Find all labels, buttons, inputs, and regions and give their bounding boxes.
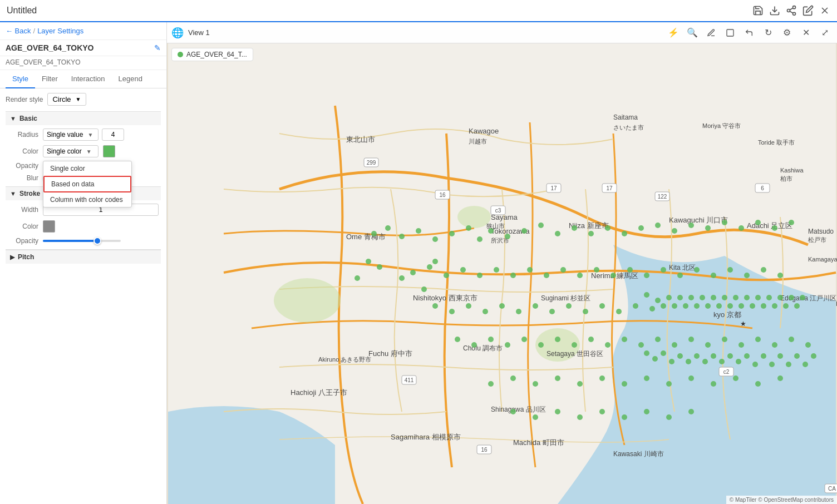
svg-point-218 bbox=[733, 375, 738, 381]
stroke-color-swatch[interactable] bbox=[43, 220, 55, 233]
pitch-section-header[interactable]: ▶ Pitch bbox=[6, 250, 161, 264]
radius-value-input[interactable] bbox=[102, 129, 124, 141]
color-swatch[interactable] bbox=[103, 145, 115, 157]
color-option-single[interactable]: Single color bbox=[43, 161, 131, 176]
color-row: Color Single color ▼ Single color Based … bbox=[6, 145, 161, 157]
svg-point-119 bbox=[744, 273, 750, 278]
radius-type-select[interactable]: Single value ▼ bbox=[43, 129, 99, 141]
breadcrumb-section[interactable]: Layer Settings bbox=[37, 27, 83, 35]
rectangle-tool-button[interactable] bbox=[722, 25, 738, 41]
svg-text:Akiruno あきる野市: Akiruno あきる野市 bbox=[318, 356, 371, 363]
svg-point-173 bbox=[605, 342, 610, 348]
svg-point-80 bbox=[488, 228, 494, 234]
svg-point-120 bbox=[761, 267, 766, 273]
svg-point-129 bbox=[683, 303, 688, 309]
svg-point-150 bbox=[800, 295, 805, 300]
edit-icon[interactable] bbox=[802, 5, 814, 16]
svg-point-191 bbox=[686, 359, 691, 364]
tab-interaction[interactable]: Interaction bbox=[65, 70, 112, 88]
svg-point-109 bbox=[577, 273, 583, 278]
back-button[interactable]: ← Back bbox=[6, 27, 31, 35]
svg-text:16: 16 bbox=[481, 447, 488, 453]
color-type-value: Single color bbox=[47, 147, 82, 155]
svg-point-234 bbox=[666, 414, 672, 420]
color-chevron: ▼ bbox=[86, 149, 92, 155]
svg-point-213 bbox=[622, 381, 627, 387]
tab-legend[interactable]: Legend bbox=[112, 70, 149, 88]
svg-text:CA: CA bbox=[828, 486, 836, 492]
settings-tool-button[interactable]: ⚙ bbox=[779, 25, 795, 41]
pitch-section-label: Pitch bbox=[18, 253, 34, 261]
stroke-opacity-slider-track[interactable] bbox=[43, 240, 121, 242]
svg-point-207 bbox=[488, 381, 494, 387]
svg-point-131 bbox=[694, 303, 700, 309]
undo-tool-button[interactable] bbox=[741, 25, 757, 41]
svg-point-106 bbox=[527, 267, 533, 273]
basic-section-header[interactable]: ▼ Basic bbox=[6, 111, 161, 125]
search-tool-button[interactable]: 🔍 bbox=[685, 25, 700, 41]
share-icon[interactable] bbox=[786, 5, 797, 16]
style-tabs: Style Filter Interaction Legend bbox=[0, 70, 166, 88]
close-map-tool-button[interactable]: ✕ bbox=[798, 25, 814, 41]
svg-point-222 bbox=[399, 275, 405, 281]
svg-point-124 bbox=[649, 306, 655, 312]
save-icon[interactable] bbox=[752, 5, 764, 16]
svg-point-225 bbox=[355, 275, 360, 281]
svg-point-184 bbox=[789, 337, 794, 342]
svg-point-133 bbox=[705, 303, 711, 309]
svg-text:Ome 青梅市: Ome 青梅市 bbox=[346, 233, 386, 241]
download-icon[interactable] bbox=[769, 5, 780, 16]
svg-point-152 bbox=[449, 309, 455, 314]
svg-rect-56 bbox=[755, 184, 770, 192]
lightning-tool-button[interactable]: ⚡ bbox=[666, 25, 681, 41]
tab-filter[interactable]: Filter bbox=[35, 70, 65, 88]
svg-point-76 bbox=[432, 236, 438, 242]
svg-point-138 bbox=[733, 295, 738, 300]
svg-point-142 bbox=[755, 295, 761, 300]
map-toolbar: 🌐 View 1 ⚡ 🔍 ↻ ⚙ bbox=[167, 22, 837, 43]
svg-text:Shinagawa 品川区: Shinagawa 品川区 bbox=[491, 406, 546, 413]
svg-point-216 bbox=[688, 375, 694, 381]
map-container[interactable]: 東北山市 Kawagoe 川越市 Saitama さいたま市 Moriya 守谷… bbox=[167, 22, 837, 504]
breadcrumb-separator: / bbox=[33, 27, 36, 35]
expand-tool-button[interactable]: ⤢ bbox=[817, 25, 833, 41]
svg-point-181 bbox=[738, 342, 744, 348]
render-style-select[interactable]: Circle ▼ bbox=[47, 93, 86, 106]
blur-label: Blur bbox=[8, 174, 38, 182]
color-type-select[interactable]: Single color ▼ bbox=[43, 145, 99, 157]
svg-point-88 bbox=[622, 231, 627, 236]
svg-point-179 bbox=[705, 342, 711, 348]
svg-text:Kamagaya 鎌ケ谷市: Kamagaya 鎌ケ谷市 bbox=[808, 256, 837, 263]
color-option-column-with-color[interactable]: Column with color codes bbox=[43, 192, 131, 207]
layer-name: AGE_OVER_64_TOKYO bbox=[6, 43, 93, 52]
color-option-based-on-data[interactable]: Based on data bbox=[43, 176, 131, 192]
svg-text:Sayama: Sayama bbox=[491, 213, 518, 221]
svg-point-156 bbox=[516, 309, 521, 314]
svg-point-214 bbox=[644, 375, 649, 381]
svg-point-176 bbox=[655, 337, 661, 342]
svg-point-160 bbox=[583, 309, 588, 314]
stroke-opacity-thumb[interactable] bbox=[93, 237, 101, 245]
draw-tool-button[interactable] bbox=[703, 25, 719, 41]
layer-badge[interactable]: AGE_OVER_64_T... bbox=[171, 48, 253, 61]
svg-point-185 bbox=[805, 342, 811, 348]
svg-text:所沢市: 所沢市 bbox=[491, 237, 509, 244]
close-icon[interactable] bbox=[819, 5, 830, 16]
tab-style[interactable]: Style bbox=[6, 70, 35, 88]
svg-rect-46 bbox=[364, 158, 378, 167]
svg-point-140 bbox=[744, 295, 750, 300]
svg-point-221 bbox=[432, 259, 438, 264]
svg-point-193 bbox=[702, 359, 708, 364]
svg-point-212 bbox=[599, 375, 605, 381]
svg-point-82 bbox=[521, 228, 527, 234]
refresh-tool-button[interactable]: ↻ bbox=[760, 25, 776, 41]
svg-point-201 bbox=[769, 362, 775, 367]
svg-point-83 bbox=[538, 223, 544, 228]
svg-text:c3: c3 bbox=[495, 207, 501, 214]
view-label: View 1 bbox=[188, 28, 210, 37]
layer-edit-icon[interactable]: ✎ bbox=[154, 43, 161, 52]
svg-point-110 bbox=[594, 267, 599, 273]
basic-arrow-icon: ▼ bbox=[10, 115, 16, 122]
svg-point-107 bbox=[544, 273, 549, 278]
svg-rect-48 bbox=[435, 190, 450, 199]
